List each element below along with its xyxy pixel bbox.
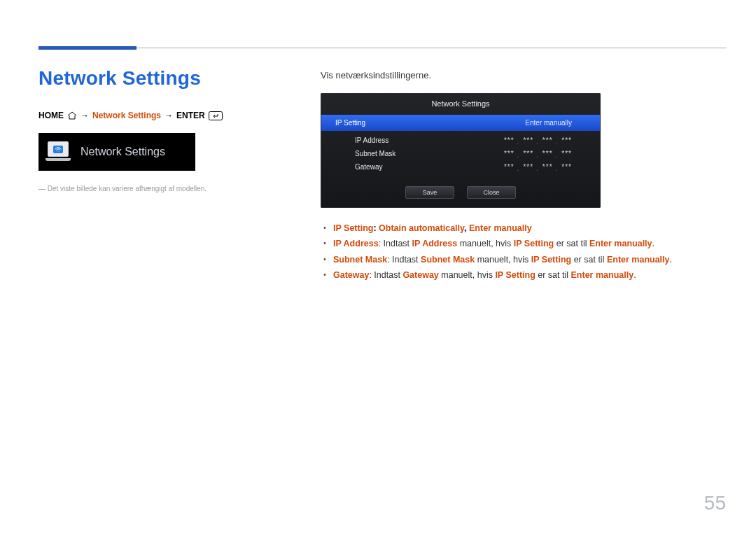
page-divider	[38, 48, 726, 48]
panel-row-ip-address[interactable]: IP Address ************	[321, 134, 600, 147]
panel-row-label: IP Setting	[335, 119, 365, 127]
right-column: Vis netværksindstillingerne. Network Set…	[321, 70, 713, 285]
bullet-list: IP Setting: Obtain automatically, Enter …	[321, 222, 713, 283]
panel-row-value: ************	[504, 150, 572, 157]
breadcrumb-home: HOME	[38, 111, 64, 120]
disclaimer-text: Det viste billede kan variere afhængigt …	[38, 185, 270, 192]
list-item: IP Setting: Obtain automatically, Enter …	[321, 222, 713, 235]
panel-row-label: Gateway	[355, 163, 382, 171]
settings-panel: Network Settings IP Setting Enter manual…	[321, 93, 601, 208]
page-accent	[38, 46, 136, 50]
panel-row-label: Subnet Mask	[355, 150, 396, 157]
page-number: 55	[704, 492, 726, 514]
breadcrumb: HOME → Network Settings → ENTER	[38, 111, 270, 120]
left-column: Network Settings HOME → Network Settings…	[38, 67, 270, 192]
enter-icon	[209, 111, 223, 120]
list-item: Subnet Mask: Indtast Subnet Mask manuelt…	[321, 253, 713, 267]
arrow-icon: →	[80, 111, 89, 120]
breadcrumb-enter: ENTER	[176, 111, 205, 120]
panel-title: Network Settings	[321, 94, 600, 115]
panel-row-value: ************	[504, 136, 572, 144]
page-title: Network Settings	[38, 67, 270, 90]
feature-thumbnail: Network Settings	[38, 133, 195, 171]
panel-row-value: Enter manually	[525, 119, 572, 127]
list-item: IP Address: Indtast IP Address manuelt, …	[321, 237, 713, 251]
arrow-icon: →	[164, 111, 173, 120]
intro-text: Vis netværksindstillingerne.	[321, 70, 713, 80]
panel-row-ip-setting[interactable]: IP Setting Enter manually	[321, 115, 600, 131]
panel-row-label: IP Address	[355, 136, 388, 144]
panel-row-value: ************	[504, 163, 572, 171]
save-button[interactable]: Save	[405, 186, 454, 199]
home-icon	[67, 111, 77, 120]
panel-buttons: Save Close	[321, 186, 600, 199]
laptop-icon	[46, 141, 71, 162]
thumbnail-title: Network Settings	[80, 146, 165, 158]
wifi-icon	[53, 146, 63, 153]
breadcrumb-step: Network Settings	[92, 111, 161, 120]
panel-row-subnet-mask[interactable]: Subnet Mask ************	[321, 147, 600, 160]
close-button[interactable]: Close	[467, 186, 516, 199]
list-item: Gateway: Indtast Gateway manuelt, hvis I…	[321, 269, 713, 282]
panel-row-gateway[interactable]: Gateway ************	[321, 160, 600, 174]
